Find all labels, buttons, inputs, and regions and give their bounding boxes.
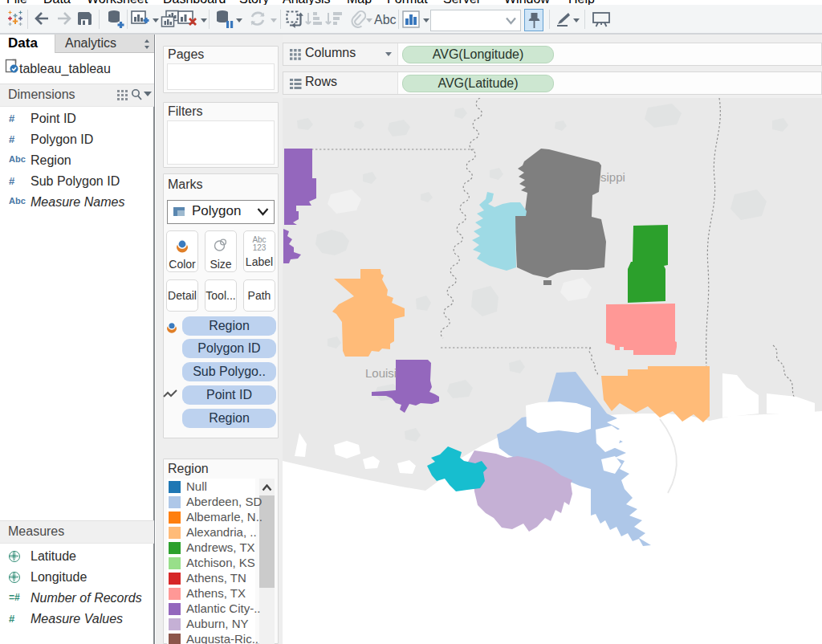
svg-text:sippi: sippi <box>600 170 625 184</box>
svg-text:Louisi: Louisi <box>365 366 397 380</box>
